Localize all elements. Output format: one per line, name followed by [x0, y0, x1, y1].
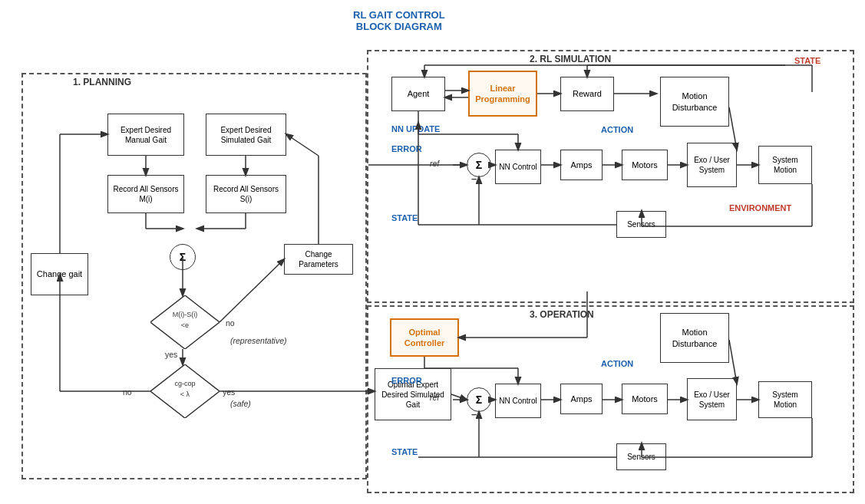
record-simulated-label: Record All Sensors S(i) — [209, 184, 283, 204]
exo-user-bot-box: Exo / User System — [687, 378, 737, 420]
motors-bot-box: Motors — [622, 384, 668, 414]
motion-disturbance-top-box: Motion Disturbance — [660, 77, 729, 127]
change-gait-label: Change gait — [37, 268, 82, 279]
no1-label: no — [226, 318, 235, 328]
reward-box: Reward — [560, 77, 614, 111]
change-params-label: Change Parameters — [287, 249, 350, 269]
svg-text:< λ: < λ — [180, 390, 190, 398]
exo-user-top-box: Exo / User System — [687, 143, 737, 187]
minus-bot-label: – — [471, 408, 477, 420]
no2-label: no — [123, 387, 132, 397]
expert-simulated-label: Expert Desired Simulated Gait — [209, 125, 283, 145]
system-motion-top-box: System Motion — [758, 146, 812, 184]
planning-label: 1. PLANNING — [73, 77, 131, 87]
optimal-controller-box: Optimal Controller — [390, 318, 459, 357]
sum-circle-planning: Σ — [170, 244, 196, 270]
nn-control-bot-box: NN Control — [495, 384, 541, 418]
action-top-label: ACTION — [601, 125, 633, 134]
nn-control-top-label: NN Control — [499, 162, 536, 172]
title-line1: RL GAIT CONTROL — [353, 9, 445, 21]
motors-bot-label: Motors — [632, 394, 658, 404]
svg-text:cg-cop: cg-cop — [174, 380, 195, 387]
amps-top-label: Amps — [570, 160, 592, 170]
action-bot-label: ACTION — [601, 359, 633, 368]
sensors-top-box: Sensors — [616, 211, 666, 238]
amps-bot-box: Amps — [560, 384, 603, 414]
yes1-label: yes — [165, 350, 177, 359]
title-line2: BLOCK DIAGRAM — [356, 21, 442, 32]
system-motion-bot-box: System Motion — [758, 381, 812, 418]
yes2-label: yes — [223, 387, 235, 397]
nn-update-label: NN UPDATE — [391, 124, 440, 133]
state-bot-label: STATE — [391, 447, 418, 456]
sensors-top-label: Sensors — [627, 219, 655, 229]
motion-disturbance-bot-label: Motion Disturbance — [663, 327, 726, 349]
system-motion-bot-label: System Motion — [761, 390, 809, 410]
expert-simulated-box: Expert Desired Simulated Gait — [206, 114, 286, 156]
change-gait-box: Change gait — [31, 253, 88, 295]
operation-label: 3. OPERATION — [530, 309, 594, 320]
expert-manual-label: Expert Desired Manual Gait — [111, 125, 181, 145]
agent-label: Agent — [408, 88, 430, 99]
nn-control-bot-label: NN Control — [499, 396, 536, 406]
nn-control-top-box: NN Control — [495, 150, 541, 184]
state-top-label: STATE — [794, 56, 820, 65]
error-top-label: ERROR — [391, 144, 422, 153]
ref-bot-label: ref — [430, 393, 439, 402]
sum-circle-top: Σ — [467, 153, 491, 177]
sensors-bot-box: Sensors — [616, 443, 666, 470]
rl-simulation-label: 2. RL SIMULATION — [530, 54, 611, 64]
amps-bot-label: Amps — [570, 394, 592, 404]
main-title: RL GAIT CONTROL BLOCK DIAGRAM — [353, 9, 445, 32]
svg-text:M(i)-S(i): M(i)-S(i) — [173, 311, 197, 318]
sum-circle-bot: Σ — [467, 387, 491, 412]
motors-top-label: Motors — [632, 160, 658, 170]
motion-disturbance-bot-box: Motion Disturbance — [660, 313, 729, 363]
svg-text:<e: <e — [181, 321, 189, 329]
sensors-bot-label: Sensors — [627, 452, 655, 462]
linear-programming-box: Linear Programming — [468, 71, 537, 117]
motion-disturbance-top-label: Motion Disturbance — [663, 91, 726, 113]
optimal-controller-label: Optimal Controller — [394, 327, 455, 349]
safe-label: (safe) — [230, 399, 251, 408]
linear-programming-label: Linear Programming — [472, 83, 533, 105]
exo-user-top-label: Exo / User System — [690, 155, 734, 175]
minus-top-label: – — [471, 173, 477, 184]
record-manual-box: Record All Sensors M(i) — [107, 175, 184, 213]
exo-user-bot-label: Exo / User System — [690, 390, 734, 410]
reward-label: Reward — [573, 88, 602, 99]
environment-label: ENVIRONMENT — [729, 203, 791, 212]
record-manual-label: Record All Sensors M(i) — [111, 184, 181, 204]
state-mid-label: STATE — [391, 213, 418, 222]
ref-top-label: ref — [430, 159, 439, 168]
diagram: RL GAIT CONTROL BLOCK DIAGRAM 1. PLANNIN… — [0, 0, 865, 504]
diamond1: M(i)-S(i) <e — [150, 295, 220, 349]
diamond2: cg-cop < λ — [150, 364, 220, 418]
agent-box: Agent — [391, 77, 445, 111]
error-bot-label: ERROR — [391, 376, 422, 385]
record-simulated-box: Record All Sensors S(i) — [206, 175, 286, 213]
amps-top-box: Amps — [560, 150, 603, 180]
change-params-box: Change Parameters — [284, 244, 353, 275]
system-motion-top-label: System Motion — [761, 155, 809, 175]
motors-top-box: Motors — [622, 150, 668, 180]
representative-label: (representative) — [230, 336, 287, 345]
expert-manual-box: Expert Desired Manual Gait — [107, 114, 184, 156]
